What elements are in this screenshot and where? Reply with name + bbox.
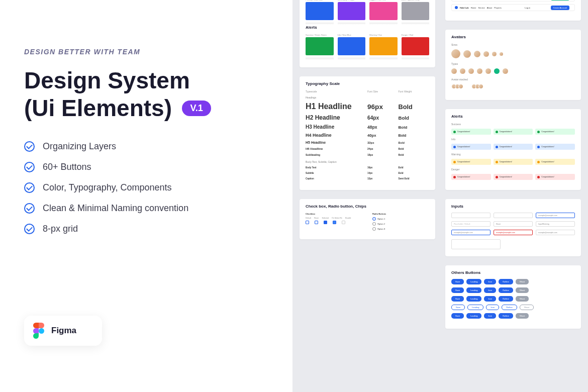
login-link[interactable]: Log in bbox=[525, 7, 530, 9]
button-ghost[interactable]: Ghost bbox=[516, 279, 529, 284]
button-outline[interactable]: Outline bbox=[499, 279, 513, 284]
panel-checkbox: Check box, Radio button, Chips Checkbox … bbox=[300, 199, 435, 239]
alert-icon bbox=[537, 146, 540, 148]
typo-weight: Bold bbox=[399, 147, 430, 150]
check-icon bbox=[24, 224, 35, 234]
typo-size: 40px bbox=[367, 133, 399, 138]
alert-text: Congratulations! bbox=[500, 131, 513, 133]
text-input[interactable] bbox=[494, 213, 533, 218]
check-icon bbox=[24, 203, 35, 214]
feature-text: Organizing Layers bbox=[43, 141, 116, 152]
color-swatch bbox=[369, 2, 398, 20]
alert-text: Congratulations! bbox=[457, 176, 470, 178]
button-loading[interactable]: Loading bbox=[467, 305, 483, 310]
alert-icon bbox=[496, 161, 498, 163]
text-input[interactable]: example@example.com bbox=[451, 230, 491, 235]
panel-color-scheme: Color Scheme Primary / Blue BlueSecondar… bbox=[300, 0, 435, 67]
color-swatch bbox=[338, 2, 366, 20]
cb-col-label: Default bbox=[306, 217, 311, 219]
nav-item[interactable]: Projects bbox=[494, 7, 501, 9]
button-save[interactable]: Save bbox=[451, 279, 464, 284]
text-input[interactable]: Input/Entering bbox=[536, 221, 575, 227]
col-fontsize: Font Size bbox=[367, 90, 399, 93]
alert-success: Congratulations! bbox=[494, 129, 533, 135]
button-loading[interactable]: Loading bbox=[466, 287, 481, 293]
alert-group-label: Info bbox=[451, 138, 575, 141]
button-outline[interactable]: Outline bbox=[499, 313, 513, 319]
typo-size: 32px bbox=[367, 141, 399, 144]
sizes-label: Sizes bbox=[451, 43, 575, 46]
alert-text: Congratulations! bbox=[457, 161, 470, 163]
brand-logo-icon bbox=[455, 6, 458, 9]
button-loading[interactable]: Loading bbox=[466, 279, 481, 284]
checkbox-selected[interactable] bbox=[324, 221, 327, 224]
alert-group-label: Danger bbox=[451, 168, 575, 171]
button-ghost[interactable]: Ghost bbox=[516, 296, 529, 302]
typo-size: 14px bbox=[367, 172, 399, 174]
button-ghost[interactable]: Ghost bbox=[516, 287, 529, 293]
button-save[interactable]: Save bbox=[451, 313, 464, 319]
cb-col-label: On Select Hv bbox=[332, 217, 342, 219]
button-loading[interactable]: Loading bbox=[466, 296, 481, 302]
radio-button[interactable] bbox=[372, 227, 376, 231]
preview-grid: Color Scheme Primary / Blue BlueSecondar… bbox=[292, 0, 588, 392]
feature-item: Organizing Layers bbox=[24, 141, 260, 152]
nav-item[interactable]: Home bbox=[471, 7, 476, 9]
typo-name: Body Text bbox=[306, 166, 367, 169]
text-input[interactable]: Placeholder / Default bbox=[451, 221, 491, 227]
radio-button[interactable] bbox=[372, 222, 376, 226]
panel-title: Check box, Radio button, Chips bbox=[306, 204, 429, 209]
figma-card: Figma bbox=[24, 316, 102, 346]
button-outline[interactable]: Outline bbox=[499, 296, 513, 302]
typo-size: 12px bbox=[367, 177, 399, 180]
text-input-error[interactable]: example@example.com bbox=[494, 230, 533, 235]
panel-inputs: Inputs example@example.com Placeholder /… bbox=[445, 199, 581, 256]
nav-item[interactable]: About bbox=[487, 7, 492, 9]
title-block: Design System (Ui Elements) V.1 bbox=[24, 67, 260, 122]
button-icon[interactable]: Icon bbox=[484, 313, 496, 319]
alert-icon bbox=[496, 146, 498, 148]
text-input-focus[interactable]: example@example.com bbox=[536, 213, 575, 218]
cb-col-label: Hover bbox=[314, 217, 319, 219]
alert-text: Congratulations! bbox=[500, 161, 513, 163]
button-outline[interactable]: Outline bbox=[502, 305, 517, 310]
cb-col-label: Selected bbox=[322, 217, 329, 219]
text-input[interactable]: Hover bbox=[494, 221, 533, 227]
button-ghost[interactable]: Ghost bbox=[516, 313, 529, 319]
button-icon[interactable]: Icon bbox=[486, 305, 499, 310]
button-loading[interactable]: Loading bbox=[466, 313, 481, 319]
checkbox-default[interactable] bbox=[306, 221, 309, 224]
button-icon[interactable]: Icon bbox=[484, 279, 496, 284]
figma-icon bbox=[33, 323, 44, 339]
typo-name: H5 Headline bbox=[306, 141, 367, 144]
alert-group-label: Success bbox=[451, 123, 575, 126]
swatch-label: Primary / Blue Blue bbox=[306, 0, 334, 1]
alert-icon bbox=[537, 161, 540, 163]
typo-name: Subtitle bbox=[306, 172, 367, 174]
alert-danger: Congratulations! bbox=[535, 174, 575, 180]
typo-weight: Bold bbox=[399, 153, 430, 156]
textarea-input[interactable] bbox=[451, 239, 501, 249]
radio-button[interactable] bbox=[372, 217, 376, 221]
button-icon[interactable]: Icon bbox=[484, 296, 496, 302]
checkbox-select-hover[interactable] bbox=[333, 221, 336, 224]
button-save[interactable]: Save bbox=[451, 287, 464, 293]
checkbox-hover[interactable] bbox=[315, 221, 318, 224]
radio-label: Option 2 bbox=[377, 223, 385, 225]
typo-weight: Bold bbox=[399, 166, 430, 169]
cta-button[interactable]: Create Account bbox=[551, 6, 569, 10]
alert-warning: Congratulations! bbox=[451, 159, 491, 165]
typo-weight: Bold bbox=[399, 133, 430, 138]
cta-button[interactable]: Create Account bbox=[551, 0, 569, 1]
button-outline[interactable]: Outline bbox=[499, 287, 513, 293]
alert-warning: Congratulations! bbox=[535, 159, 575, 165]
text-input[interactable]: example@example.com bbox=[536, 230, 575, 235]
nav-item[interactable]: Service bbox=[478, 7, 484, 9]
button-save[interactable]: Save bbox=[451, 305, 465, 310]
color-swatch bbox=[369, 37, 398, 55]
button-ghost[interactable]: Ghost bbox=[520, 305, 534, 310]
alert-info: Congratulations! bbox=[494, 144, 533, 150]
text-input[interactable] bbox=[451, 213, 491, 218]
button-save[interactable]: Save bbox=[451, 296, 464, 302]
button-icon[interactable]: Icon bbox=[484, 287, 496, 293]
